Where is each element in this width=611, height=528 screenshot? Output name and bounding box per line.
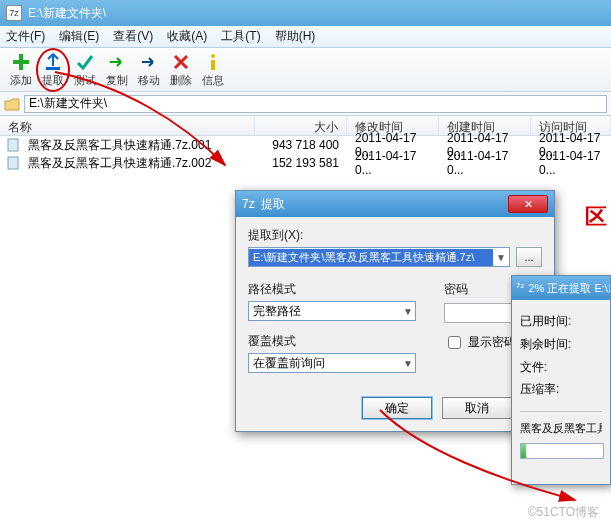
handwritten-annotation: 区 [585, 206, 607, 228]
browse-button[interactable]: ... [516, 247, 542, 267]
app-icon: 7z [6, 5, 22, 21]
menubar: 文件(F) 编辑(E) 查看(V) 收藏(A) 工具(T) 帮助(H) [0, 26, 611, 48]
menu-tools[interactable]: 工具(T) [221, 28, 260, 45]
ok-button[interactable]: 确定 [362, 397, 432, 419]
menu-favorites[interactable]: 收藏(A) [167, 28, 207, 45]
elapsed-label: 已用时间: [520, 310, 602, 333]
col-name[interactable]: 名称 [0, 116, 255, 135]
extract-to-combo[interactable]: E:\新建文件夹\黑客及反黑客工具快速精通.7z\ ▼ [248, 247, 510, 267]
chevron-down-icon: ▼ [403, 306, 413, 317]
path-mode-select[interactable]: 完整路径▼ [248, 301, 416, 321]
menu-view[interactable]: 查看(V) [113, 28, 153, 45]
close-icon[interactable]: ✕ [508, 195, 548, 213]
path-input[interactable] [24, 95, 607, 113]
extract-to-value: E:\新建文件夹\黑客及反黑客工具快速精通.7z\ [249, 249, 493, 266]
watermark: ©51CTO博客 [524, 503, 603, 522]
extract-to-label: 提取到(X): [248, 227, 542, 244]
extract-dialog: 7z 提取 ✕ 提取到(X): E:\新建文件夹\黑客及反黑客工具快速精通.7z… [235, 190, 555, 432]
progress-dialog: 7z 2% 正在提取 E:\新建 已用时间: 剩余时间: 文件: 压缩率: 黑客… [511, 275, 611, 485]
overwrite-select[interactable]: 在覆盖前询问▼ [248, 353, 416, 373]
window-title: E:\新建文件夹\ [28, 5, 106, 22]
extract-button[interactable]: 提取 [38, 50, 68, 90]
svg-rect-6 [8, 157, 18, 169]
chevron-down-icon[interactable]: ▼ [493, 252, 509, 263]
svg-rect-2 [46, 67, 60, 70]
svg-rect-4 [211, 60, 215, 70]
up-icon[interactable] [4, 96, 20, 112]
file-icon [6, 138, 20, 152]
svg-point-3 [211, 54, 215, 58]
file-icon [6, 156, 20, 170]
move-button[interactable]: 移动 [134, 52, 164, 88]
delete-button[interactable]: 删除 [166, 52, 196, 88]
dialog-titlebar[interactable]: 7z 提取 ✕ [236, 191, 554, 217]
menu-edit[interactable]: 编辑(E) [59, 28, 99, 45]
menu-file[interactable]: 文件(F) [6, 28, 45, 45]
info-button[interactable]: 信息 [198, 52, 228, 88]
progress-titlebar[interactable]: 7z 2% 正在提取 E:\新建 [512, 276, 610, 300]
svg-rect-5 [8, 139, 18, 151]
app-icon: 7z [516, 281, 524, 295]
chevron-down-icon: ▼ [403, 358, 413, 369]
progress-bar [520, 443, 604, 459]
remaining-label: 剩余时间: [520, 333, 602, 356]
file-row[interactable]: 黑客及反黑客工具快速精通.7z.002 152 193 581 2011-04-… [0, 154, 611, 172]
dialog-title: 提取 [261, 196, 285, 213]
add-button[interactable]: 添加 [6, 52, 36, 88]
current-file: 黑客及反黑客工具快速 [520, 418, 602, 439]
path-mode-label: 路径模式 [248, 281, 416, 298]
cancel-button[interactable]: 取消 [442, 397, 512, 419]
svg-rect-1 [13, 60, 29, 64]
toolbar: 添加 提取 测试 复制 移动 删除 信息 [0, 48, 611, 92]
overwrite-label: 覆盖模式 [248, 333, 416, 350]
app-icon: 7z [242, 197, 255, 211]
menu-help[interactable]: 帮助(H) [275, 28, 316, 45]
titlebar: 7z E:\新建文件夹\ [0, 0, 611, 26]
ratio-label: 压缩率: [520, 378, 602, 401]
progress-title: 2% 正在提取 E:\新建 [528, 281, 610, 296]
pathbar [0, 92, 611, 116]
files-label: 文件: [520, 356, 602, 379]
test-button[interactable]: 测试 [70, 52, 100, 88]
copy-button[interactable]: 复制 [102, 52, 132, 88]
file-list: 黑客及反黑客工具快速精通.7z.001 943 718 400 2011-04-… [0, 136, 611, 172]
col-size[interactable]: 大小 [255, 116, 347, 135]
